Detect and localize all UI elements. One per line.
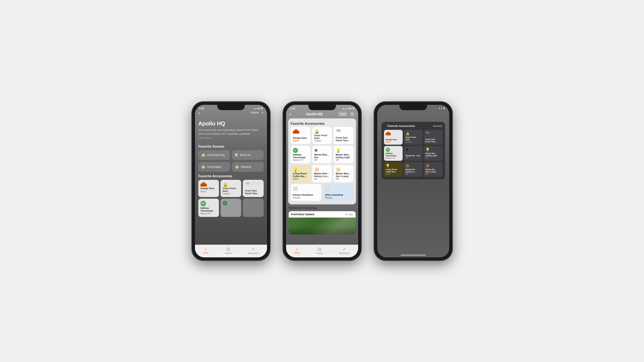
garage-door-tile[interactable]: Garage Door Open [198,180,219,197]
location-icon-2: ◂ [290,112,291,116]
w-garage-icon [386,132,391,135]
camera-card[interactable]: Front Door Camera 2s ago [288,211,356,235]
p2-office-pod-name: Office HomePod [325,194,351,196]
p2-lock-icon: 🔒 [314,129,330,134]
p2-kitchen-pod-name: Kitchen HomePod [293,194,319,196]
w-garage-tile[interactable]: Garage Door Open [384,130,403,145]
scene-icon-reading: 🏠 [234,165,239,169]
movie-scene[interactable]: 🗑 Movie N... [232,150,264,160]
reading-scene[interactable]: 🏠 Reading [232,162,264,172]
w-coffee-status: 100% [386,173,401,175]
widget-tab-acc[interactable]: Favorite Accessories [387,124,415,127]
nav-automation-1[interactable]: ✓ Automation [248,247,259,254]
good-night-scene[interactable]: 🏠 Good Night [198,162,230,172]
p2-kelcey-name: Master Bed... Kelcey's La... [314,172,330,178]
p2-fan-icon: ❄ [314,148,330,153]
rooms-nav-icon-2: ⊡ [318,247,321,252]
w-fan-tile[interactable]: ❄ Master Be... Fan Off [404,146,422,161]
accessories-grid-1: Garage Door Open 🔒 Foyer Front Door Lock… [195,180,267,217]
nav-home-1[interactable]: ⌂ Home [203,247,209,254]
more-link[interactable]: and 7 More > [198,137,264,140]
good-morning-scene[interactable]: 🏠 Good Morning [198,150,230,160]
nav-rooms-1[interactable]: ⊡ Rooms [225,247,232,254]
phone-3: ▲▲ ▮ ⌂ Favorite Accessories Scenes [374,102,452,261]
p2-kitchen-pod-tile[interactable]: ⬜ Kitchen HomePod Paused [291,184,321,201]
scene-icon-movie: 🗑 [234,153,238,157]
p2-door-name: Foyer Front Door [314,134,330,140]
scene-icon-night: 🏠 [201,165,206,169]
p2-zac-tile[interactable]: 🔆 Master Bed... Zac's Lamp Off [334,165,353,182]
p2-coffee-tile[interactable]: 💡 Living Room Coffee Bar... 100% [291,165,310,182]
p2-fan-tile[interactable]: ❄ Master Bed... Fan Off [312,146,332,163]
lock-icon-1: 🔒 [223,182,239,187]
p2-kelcey-tile[interactable]: 🔆 Master Bed... Kelcey's La... Off [312,165,332,182]
w-door-icon: 🔒 [406,132,421,136]
nav-rooms-2[interactable]: ⊡ Rooms [316,247,323,254]
w-ceiling-icon: 💡 [426,148,441,152]
acc-row-4: ⬜ Kitchen HomePod Paused ⬜ Office HomePo… [288,184,356,203]
front-door-status: Locked [223,193,239,195]
scenes-grid: 🏠 Good Morning 🗑 Movie N... 🏠 Good Night [195,150,267,172]
p2-coffee-status: 100% [293,178,308,180]
battery-icon-2: ▮ [352,107,354,110]
location-icon: ◂ [198,111,200,115]
time-2: 1:22 [290,107,296,110]
wifi-icon-2: wifi [348,107,352,110]
w-garage-status: Open [386,141,401,143]
p2-kitchen-pod-icon: ⬜ [293,186,319,191]
p2-zac-icon: 🔆 [336,167,351,172]
thermostat-name-1: Hallway Thermostat [200,207,217,212]
nav-home-2[interactable]: ⌂ Home [294,247,300,254]
w-yard-tile[interactable]: 70° Front Yard Porch Tem... [424,130,442,145]
acc-row-1: Garage Door Open 🔒 Foyer Front Door Lock… [288,127,356,144]
widget-home-icon: ⌂ [384,124,386,128]
accessories-title-1: Favorite Accessories [198,174,264,178]
phone-2: 1:22 ▲▲ wifi ▮ ◂ Apollo HQ Edit + [283,102,361,261]
home-indicator-1 [218,255,244,256]
p2-yard-tile[interactable]: 70° Front Yard Porch Tem... [334,127,353,144]
home-indicator-2 [310,255,335,256]
front-yard-tile-1[interactable]: 70° Front Yard Porch Tem... [243,180,264,197]
edit-btn-1[interactable]: Home [251,111,259,115]
hallway-thermostat-tile-1[interactable]: 73° Hallway Thermostat Heat to 73° [198,199,219,217]
p2-garage-icon [293,129,299,134]
w-kelcey-tile[interactable]: 🔆 Master Be... Kelcey's L... Off [404,162,422,177]
p2-coffee-name: Living Room Coffee Bar... [293,172,308,178]
camera-preview [288,218,356,235]
notch-2 [308,104,336,110]
w-zac-name: Master Be... Zac's Lamp [426,168,441,173]
w-thermostat-name: Hallway Thermostat [386,152,401,157]
w-door-tile[interactable]: 🔒 Foyer Front Door Locked [404,130,422,145]
cameras-section: Favorite Cameras Front Door Camera 2s ag… [286,206,358,235]
p2-office-pod-tile[interactable]: ⬜ Office HomePod Playing [323,184,354,201]
add-btn-1[interactable]: + [261,111,264,115]
front-door-name: Foyer Front Door [223,187,239,193]
rooms-nav-icon-1: ⊡ [226,247,230,252]
nav-automation-2[interactable]: ✓ Automation [339,247,350,254]
edit-btn-2[interactable]: Edit [338,112,348,116]
p2-ceiling-tile[interactable]: 💡 Master Bed... Ceiling Light Off [334,146,353,163]
front-door-tile-1[interactable]: 🔒 Foyer Front Door Locked [220,180,241,197]
w-zac-tile[interactable]: 🔆 Master Be... Zac's Lamp Off [424,162,442,177]
w-thermostat-sub: Heat to 73° [386,157,401,159]
w-thermostat-tile[interactable]: 73° Hallway Thermostat Heat to 73° [384,146,403,161]
w-kelcey-icon: 🔆 [406,164,421,168]
w-coffee-name: Living Room Coffee Bar... [386,168,401,173]
p2-zac-status: Off [336,178,351,180]
control-center-widget: ⌂ Favorite Accessories Scenes [382,122,445,179]
w-fan-name: Master Be... Fan [406,155,421,157]
p2-thermostat-tile[interactable]: 73° Hallway Thermostat Heat to 73° [291,146,310,163]
time-1: 1:22 [199,107,204,110]
notch-1 [217,104,245,110]
w-garage-name: Garage Door [386,139,401,141]
p2-ceiling-name: Master Bed... Ceiling Light [336,153,351,159]
p2-kitchen-pod-status: Paused [293,197,319,199]
w-coffee-tile[interactable]: 💡 Living Room Coffee Bar... 100% [384,162,403,177]
p2-kelcey-status: Off [314,178,330,180]
w-ceiling-tile[interactable]: 💡 Master Be... Ceiling Light Off [424,146,442,161]
widget-tab-scenes[interactable]: Scenes [433,124,442,127]
p2-door-status: Locked [314,140,330,142]
p2-garage-tile[interactable]: Garage Door Open [291,127,310,144]
p2-door-tile[interactable]: 🔒 Foyer Front Door Locked [312,127,332,144]
add-btn-2[interactable]: + [350,112,355,117]
